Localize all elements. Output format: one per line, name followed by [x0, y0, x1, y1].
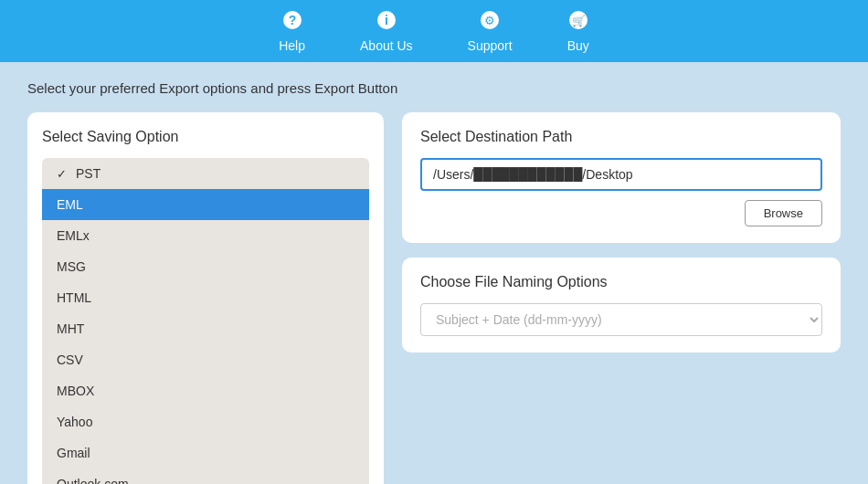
nav-label-buy: Buy [567, 38, 589, 53]
format-item-msg[interactable]: MSG [42, 251, 369, 282]
path-input[interactable] [420, 158, 822, 191]
format-item-gmail[interactable]: Gmail [42, 437, 369, 468]
nav-item-help[interactable]: ?Help [279, 10, 305, 53]
saving-option-title: Select Saving Option [42, 129, 369, 145]
nav-label-help: Help [279, 38, 305, 53]
format-item-yahoo[interactable]: Yahoo [42, 406, 369, 437]
naming-select[interactable]: Subject + Date (dd-mm-yyyy)Subject onlyD… [420, 303, 822, 336]
svg-text:i: i [385, 13, 388, 27]
svg-text:⚙: ⚙ [484, 14, 495, 27]
nav-label-about-us: About Us [360, 38, 413, 53]
destination-panel: Select Destination Path Browse [402, 112, 841, 243]
nav-item-support[interactable]: ⚙Support [468, 10, 513, 53]
format-item-mht[interactable]: MHT [42, 313, 369, 344]
naming-title: Choose File Naming Options [420, 274, 822, 290]
left-panel: Select Saving Option PSTEMLEMLxMSGHTMLMH… [27, 112, 384, 484]
svg-text:🛒: 🛒 [571, 14, 585, 27]
support-icon: ⚙ [480, 10, 500, 35]
format-item-eml[interactable]: EML [42, 189, 369, 220]
about-us-icon: i [376, 10, 397, 35]
format-item-pst[interactable]: PST [42, 158, 369, 189]
help-icon: ? [282, 10, 302, 35]
destination-title: Select Destination Path [420, 129, 822, 145]
svg-text:?: ? [288, 13, 296, 27]
right-column: Select Destination Path Browse Choose Fi… [402, 112, 841, 352]
instruction-text: Select your preferred Export options and… [27, 80, 841, 96]
naming-panel: Choose File Naming Options Subject + Dat… [402, 258, 841, 352]
format-item-outlook[interactable]: Outlook.com [42, 468, 369, 484]
format-item-emlx[interactable]: EMLx [42, 220, 369, 251]
columns-layout: Select Saving Option PSTEMLEMLxMSGHTMLMH… [27, 112, 841, 484]
format-item-mbox[interactable]: MBOX [42, 375, 369, 406]
top-navigation: ?HelpiAbout Us⚙Support🛒Buy [0, 0, 868, 62]
browse-button[interactable]: Browse [745, 200, 822, 226]
nav-item-buy[interactable]: 🛒Buy [567, 10, 589, 53]
format-item-csv[interactable]: CSV [42, 344, 369, 375]
format-item-html[interactable]: HTML [42, 282, 369, 313]
nav-item-about-us[interactable]: iAbout Us [360, 10, 413, 53]
nav-label-support: Support [468, 38, 513, 53]
buy-icon: 🛒 [568, 10, 588, 35]
main-content: Select your preferred Export options and… [0, 62, 868, 484]
format-list: PSTEMLEMLxMSGHTMLMHTCSVMBOXYahooGmailOut… [42, 158, 369, 484]
